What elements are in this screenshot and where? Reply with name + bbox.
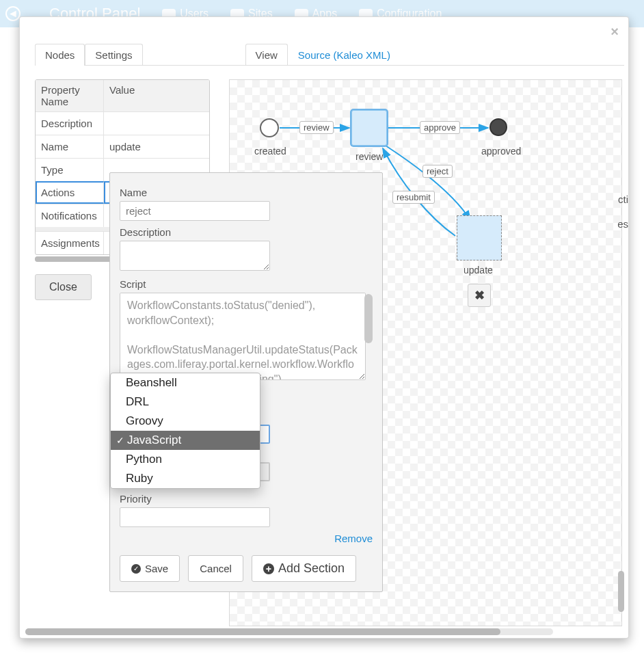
add-section-button[interactable]: + Add Section [252,555,356,582]
label-script: Script [120,278,373,290]
priority-input[interactable] [120,507,270,527]
prop-actions[interactable]: Actions [36,181,104,204]
prop-type[interactable]: Type [36,158,104,181]
option-beanshell[interactable]: Beanshell [111,373,260,392]
close-icon[interactable]: × [611,24,619,40]
modal-scrollbar-horizontal[interactable] [25,628,553,635]
remove-link[interactable]: Remove [120,533,373,544]
script-language-dropdown[interactable]: Beanshell DRL Groovy JavaScript Python R… [110,373,260,489]
tab-source[interactable]: Source (Kaleo XML) [288,44,401,66]
name-input[interactable] [120,201,270,221]
plus-icon: + [263,563,274,574]
col-property-name[interactable]: Property Name [36,80,104,111]
cutoff-text-a: cti [618,193,628,205]
node-approved[interactable] [489,118,507,136]
node-review[interactable] [351,110,387,146]
close-button[interactable]: Close [35,274,92,300]
transition-approve[interactable]: approve [420,121,460,134]
tab-view[interactable]: View [245,44,288,66]
tab-nodes[interactable]: Nodes [35,44,85,66]
option-groovy[interactable]: Groovy [111,412,260,431]
label-created: created [254,146,286,157]
tab-settings[interactable]: Settings [85,44,142,66]
description-textarea[interactable] [120,241,270,271]
label-description: Description [120,226,373,238]
delete-node-button[interactable]: ✖ [468,284,491,307]
label-approved: approved [481,146,521,157]
cancel-button[interactable]: Cancel [188,555,243,582]
col-value[interactable]: Value [104,80,209,111]
option-javascript[interactable]: JavaScript [111,431,260,450]
node-update[interactable] [457,215,502,260]
prop-name[interactable]: Name [36,135,104,158]
check-icon: ✓ [131,564,141,574]
node-created[interactable] [260,118,279,137]
prop-notifications[interactable]: Notifications [36,204,104,227]
option-ruby[interactable]: Ruby [111,469,260,488]
option-drl[interactable]: DRL [111,392,260,412]
save-button[interactable]: ✓ Save [120,555,180,582]
label-update: update [464,265,493,276]
prop-assignments[interactable]: Assignments [36,231,104,254]
transition-review[interactable]: review [299,121,334,134]
option-python[interactable]: Python [111,450,260,469]
transition-reject[interactable]: reject [422,165,453,178]
label-review: review [355,151,383,162]
prop-description[interactable]: Description [36,111,104,135]
modal-scrollbar-vertical[interactable] [618,43,624,613]
label-priority: Priority [120,493,373,505]
transition-resubmit[interactable]: resubmit [392,191,435,204]
script-textarea[interactable]: WorkflowConstants.toStatus("denied"), wo… [120,293,366,380]
tabs-row: Nodes Settings View Source (Kaleo XML) [35,43,624,66]
cutoff-text-b: es [617,218,628,230]
label-name: Name [120,187,373,198]
script-scrollbar[interactable] [364,294,373,343]
